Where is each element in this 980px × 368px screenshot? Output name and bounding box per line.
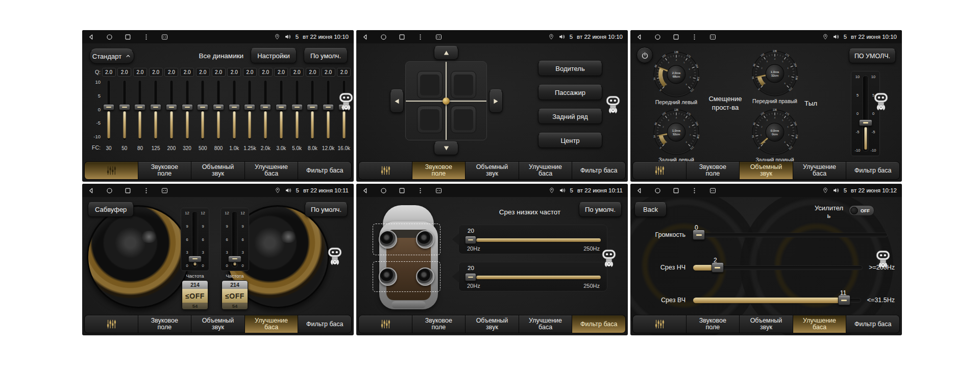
slider-handle[interactable] [150,104,161,110]
tab-bass-boost[interactable]: Улучшение баса [793,162,847,179]
seat-preset-button[interactable]: Центр [538,133,602,148]
tab-bass-boost[interactable]: Улучшение баса [245,315,299,333]
q-value[interactable]: 2.0 [290,68,304,77]
home-icon[interactable] [654,187,662,194]
menu-dots-icon[interactable] [416,33,424,41]
home-icon[interactable] [106,33,113,41]
tab-equalizer[interactable] [85,315,138,333]
frequency-picker[interactable]: 214 ≤OFF 54 [222,280,248,310]
back-icon[interactable] [87,33,95,41]
power-button[interactable] [636,47,653,63]
tab-surround-sound[interactable]: Объемный звук [740,315,793,333]
band-slider[interactable] [275,80,287,140]
band-slider[interactable] [165,80,178,140]
tab-equalizer[interactable] [359,162,412,179]
preset-dropdown[interactable]: Стандарт [89,48,134,64]
tab-surround-sound[interactable]: Объемный звук [465,315,519,333]
tab-bass-boost[interactable]: Улучшение баса [245,162,299,179]
slider-handle[interactable] [838,295,850,305]
back-icon[interactable] [361,187,369,194]
recents-icon[interactable] [672,187,680,194]
q-value[interactable]: 2.0 [259,68,273,77]
q-value[interactable]: 2.0 [102,68,116,77]
slider-handle[interactable] [229,104,240,110]
slider-handle[interactable] [103,104,114,110]
slider-handle[interactable] [213,104,224,110]
screenshot-icon[interactable] [161,33,168,41]
band-slider[interactable] [197,80,209,140]
q-value[interactable]: 2.0 [212,68,226,77]
slider-handle[interactable] [465,273,476,281]
delay-dial[interactable]: 034681021361702042382720123456781,0ms32c… [652,108,700,156]
tab-sound-field[interactable]: Звуковое поле [138,315,192,333]
tab-equalizer[interactable] [85,162,138,179]
default-button[interactable]: По умолч. [304,48,348,63]
slider-handle[interactable] [291,104,303,110]
slider-handle[interactable] [307,104,318,110]
menu-dots-icon[interactable] [142,187,150,194]
slider-handle[interactable] [197,104,208,110]
picker-value-below[interactable]: 54 [222,303,248,309]
q-value[interactable]: 2.0 [243,68,257,77]
q-value[interactable]: 2.0 [196,68,210,77]
screenshot-icon[interactable] [435,33,443,41]
subwoofer-button[interactable]: Сабвуфер [88,202,134,217]
amp-slider[interactable]: 0 [693,225,888,245]
screenshot-icon[interactable] [709,187,717,194]
menu-dots-icon[interactable] [416,187,424,194]
slider-handle[interactable] [260,104,271,110]
move-right-button[interactable] [489,89,503,113]
tab-surround-sound[interactable]: Объемный звук [191,162,245,179]
default-button[interactable]: ПО УМОЛЧ. [849,48,896,63]
slider-handle[interactable] [182,104,193,110]
slider-handle[interactable] [323,104,334,110]
tab-bass-boost[interactable]: Улучшение баса [519,315,573,333]
q-value[interactable]: 2.0 [337,68,351,77]
tab-sound-field[interactable]: Звуковое поле [687,162,740,179]
seat-preset-button[interactable]: Водитель [538,61,602,76]
tab-bass-boost[interactable]: Улучшение баса [519,162,573,179]
tab-bass-filter[interactable]: Фильтр баса [572,162,625,179]
amp-slider[interactable]: 11 [693,290,861,310]
slider-handle[interactable] [465,236,476,244]
tab-bass-filter[interactable]: Фильтр баса [846,162,899,179]
frequency-slider[interactable] [463,236,602,244]
back-icon[interactable] [361,33,369,41]
screenshot-icon[interactable] [435,187,443,194]
slider-handle[interactable] [276,104,287,110]
move-left-button[interactable] [390,89,404,113]
band-slider[interactable] [150,80,162,140]
slider-handle[interactable] [712,262,724,273]
slider-handle[interactable] [134,104,145,110]
sound-field-position-handle[interactable] [443,97,450,105]
picker-selected-value[interactable]: ≤OFF [182,289,208,303]
tab-sound-field[interactable]: Звуковое поле [412,162,466,179]
back-icon[interactable] [87,187,95,194]
tab-sound-field[interactable]: Звуковое поле [687,315,740,333]
menu-dots-icon[interactable] [691,187,698,194]
band-slider[interactable] [118,80,131,140]
tab-surround-sound[interactable]: Объемный звук [740,162,793,179]
tab-sound-field[interactable]: Звуковое поле [138,162,192,179]
band-slider[interactable] [306,80,318,140]
picker-value-below[interactable]: 54 [182,303,208,309]
move-down-button[interactable] [434,141,458,155]
home-icon[interactable] [106,187,113,194]
tab-bass-filter[interactable]: Фильтр баса [572,315,625,333]
band-slider[interactable] [212,80,225,140]
home-icon[interactable] [654,33,662,41]
tab-surround-sound[interactable]: Объемный звук [465,162,519,179]
delay-dial[interactable]: 034681021361702042382720123456780,0ms0cm [751,108,799,156]
q-value[interactable]: 2.0 [274,68,288,77]
slider-handle[interactable] [244,104,255,110]
level-slider[interactable]: 129630 129630 [181,208,209,271]
band-slider[interactable] [259,80,272,140]
band-slider[interactable] [134,80,146,140]
band-slider[interactable] [228,80,240,140]
q-value[interactable]: 2.0 [164,68,178,77]
tab-bass-boost[interactable]: Улучшение баса [793,315,847,333]
tab-equalizer[interactable] [359,315,412,333]
band-slider[interactable] [291,80,303,140]
q-value[interactable]: 2.0 [227,68,241,77]
slider-handle[interactable] [693,230,705,240]
